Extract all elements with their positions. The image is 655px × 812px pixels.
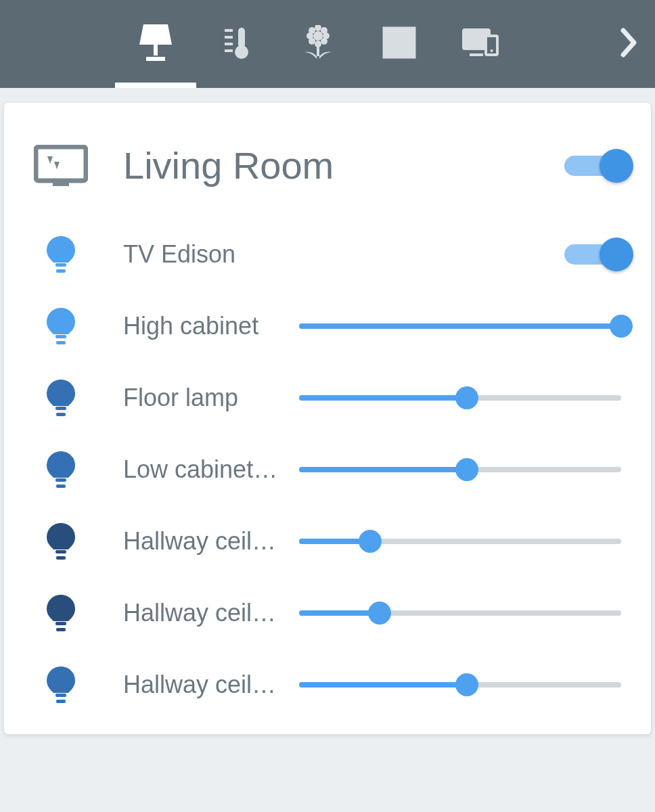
svg-marker-29 — [47, 156, 53, 164]
slider-thumb — [455, 386, 478, 409]
bulb-icon — [46, 594, 76, 632]
tab-devices[interactable] — [440, 0, 521, 88]
svg-point-4 — [235, 45, 248, 59]
svg-rect-42 — [56, 628, 66, 631]
svg-rect-35 — [55, 407, 66, 410]
svg-point-16 — [309, 38, 315, 45]
device-row: Hallway ceiling 2 — [34, 577, 621, 649]
device-label: High cabinet — [123, 312, 279, 340]
tab-garden[interactable] — [277, 0, 359, 88]
switch-thumb — [600, 238, 633, 271]
svg-rect-6 — [225, 36, 233, 39]
slider-thumb — [455, 458, 478, 481]
flower-icon — [302, 25, 334, 63]
brightness-slider[interactable] — [299, 458, 621, 481]
nav-overflow[interactable] — [612, 26, 647, 62]
room-header: Living Room — [34, 143, 621, 187]
svg-rect-43 — [55, 694, 66, 697]
svg-rect-33 — [55, 335, 66, 338]
switch-thumb — [600, 149, 633, 183]
svg-point-10 — [315, 25, 321, 31]
device-row: TV Edison — [34, 219, 621, 290]
svg-marker-30 — [54, 162, 60, 169]
tv-icon — [34, 145, 88, 187]
svg-point-14 — [309, 27, 315, 34]
svg-rect-28 — [53, 183, 69, 186]
room-title: Living Room — [123, 143, 564, 187]
svg-rect-7 — [225, 43, 233, 45]
svg-rect-38 — [56, 484, 66, 488]
svg-rect-1 — [154, 45, 158, 55]
floorplan-icon — [382, 26, 416, 62]
bulb-icon — [46, 307, 76, 345]
svg-rect-2 — [146, 57, 165, 61]
device-label: Low cabinet lights — [123, 455, 279, 484]
device-switch[interactable] — [564, 244, 621, 265]
slider-fill — [299, 682, 467, 687]
svg-rect-31 — [55, 263, 66, 267]
device-row: Hallway ceiling 1 — [34, 505, 621, 577]
slider-thumb — [610, 315, 633, 338]
device-label: Hallway ceiling 2 — [123, 599, 279, 627]
svg-rect-34 — [56, 341, 66, 344]
thermostat-icon — [221, 25, 253, 63]
slider-thumb — [368, 602, 391, 625]
bulb-icon — [46, 666, 76, 704]
svg-rect-36 — [56, 413, 66, 416]
bulb-icon — [46, 451, 76, 489]
slider-fill — [299, 395, 467, 401]
svg-rect-3 — [238, 28, 245, 48]
tab-floorplan[interactable] — [359, 0, 440, 88]
device-row: Low cabinet lights — [34, 434, 621, 505]
svg-rect-5 — [225, 29, 233, 32]
svg-rect-37 — [55, 478, 66, 482]
svg-rect-8 — [225, 49, 233, 52]
slider-fill — [299, 467, 467, 472]
svg-rect-18 — [317, 45, 319, 56]
svg-rect-39 — [55, 550, 66, 554]
device-label: Hallway ceiling 3 — [123, 671, 279, 699]
brightness-slider[interactable] — [299, 673, 621, 696]
devices-icon — [461, 28, 499, 60]
device-label: Floor lamp — [123, 384, 279, 412]
device-row: Hallway ceiling 3 — [34, 649, 621, 721]
svg-point-9 — [313, 31, 323, 41]
lamp-icon — [139, 24, 172, 64]
svg-point-15 — [321, 27, 328, 34]
tab-thermostat[interactable] — [196, 0, 277, 88]
svg-rect-41 — [55, 622, 66, 625]
svg-point-26 — [491, 49, 493, 52]
svg-rect-32 — [56, 269, 66, 273]
room-card: Living Room TV EdisonHigh cabinetFloor l… — [4, 103, 651, 734]
device-row: High cabinet — [34, 290, 621, 362]
top-nav — [0, 0, 655, 88]
chevron-right-icon — [620, 28, 638, 60]
slider-thumb — [359, 530, 382, 553]
brightness-slider[interactable] — [299, 530, 621, 553]
device-row: Floor lamp — [34, 362, 621, 434]
device-label: TV Edison — [123, 240, 564, 269]
bulb-icon — [46, 235, 76, 273]
svg-rect-40 — [56, 556, 66, 560]
slider-thumb — [455, 673, 478, 696]
device-label: Hallway ceiling 1 — [123, 527, 279, 556]
brightness-slider[interactable] — [299, 386, 621, 409]
brightness-slider[interactable] — [299, 602, 621, 625]
brightness-slider[interactable] — [299, 315, 621, 338]
bulb-icon — [46, 522, 76, 560]
room-master-switch[interactable] — [564, 156, 621, 176]
bulb-icon — [46, 379, 76, 417]
svg-rect-44 — [56, 700, 66, 703]
svg-point-17 — [321, 38, 328, 45]
slider-fill — [299, 323, 621, 329]
svg-marker-0 — [139, 24, 172, 45]
svg-rect-27 — [36, 147, 86, 181]
tab-lighting[interactable] — [115, 0, 196, 88]
